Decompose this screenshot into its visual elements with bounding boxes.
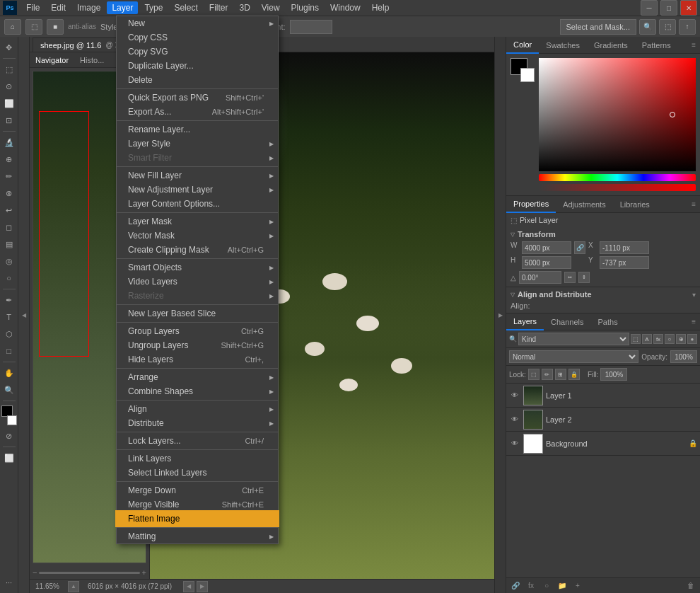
zoom-in-btn[interactable]: +: [142, 568, 146, 577]
left-panel-collapse[interactable]: ◀: [18, 37, 30, 593]
navigator-tab[interactable]: Navigator: [30, 54, 74, 66]
background-color[interactable]: [520, 68, 535, 82]
menu-quick-export[interactable]: Quick Export as PNG Shift+Ctrl+': [117, 91, 278, 105]
status-expand-btn[interactable]: ▲: [68, 581, 79, 592]
blend-mode-select[interactable]: Normal: [509, 350, 638, 363]
close-btn[interactable]: ✕: [680, 0, 697, 16]
adjustments-tab[interactable]: Adjustments: [556, 196, 613, 213]
shape-tool[interactable]: □: [1, 343, 17, 359]
minimize-btn[interactable]: ─: [641, 0, 658, 16]
move-tool[interactable]: ✥: [1, 40, 17, 55]
lasso-tool[interactable]: ⊙: [1, 79, 17, 94]
fg-bg-swatches[interactable]: [511, 58, 535, 82]
filter-mask-btn[interactable]: ○: [665, 334, 675, 344]
color-panel-menu-btn[interactable]: ≡: [687, 41, 700, 49]
add-link-btn[interactable]: 🔗: [509, 580, 522, 592]
menu-video-layers[interactable]: Video Layers: [117, 275, 278, 289]
zoom-tool[interactable]: 🔍: [1, 382, 17, 398]
menu-smart-filter[interactable]: Smart Filter: [117, 151, 278, 165]
paths-tab[interactable]: Paths: [591, 313, 625, 330]
layer-item-2[interactable]: 👁 Layer 2: [506, 408, 700, 432]
menu-window[interactable]: Window: [325, 1, 366, 14]
layer-2-visibility[interactable]: 👁: [509, 414, 520, 425]
menu-layer[interactable]: Layer: [107, 1, 138, 14]
add-fx-btn[interactable]: fx: [525, 580, 537, 592]
menu-smart-objects[interactable]: Smart Objects: [117, 260, 278, 275]
flip-v-btn[interactable]: ⇕: [578, 272, 590, 283]
menu-matting[interactable]: Matting: [117, 529, 278, 543]
angle-input[interactable]: [519, 271, 561, 284]
menu-align[interactable]: Align: [117, 402, 278, 416]
menu-copy-css[interactable]: Copy CSS: [117, 30, 278, 45]
prev-frame-btn[interactable]: ◀: [183, 581, 194, 592]
lock-pixels-btn[interactable]: ⬚: [528, 369, 539, 380]
lock-artboards-btn[interactable]: ⊞: [555, 369, 566, 380]
background-visibility[interactable]: 👁: [509, 438, 520, 449]
menu-create-clipping-mask[interactable]: Create Clipping Mask Alt+Ctrl+G: [117, 243, 278, 257]
menu-arrange[interactable]: Arrange: [117, 370, 278, 384]
fg-bg-color[interactable]: [1, 405, 17, 425]
delete-layer-btn[interactable]: 🗑: [684, 580, 697, 592]
crop-tool[interactable]: ⊡: [1, 113, 17, 128]
menu-distribute[interactable]: Distribute: [117, 416, 278, 430]
maximize-btn[interactable]: □: [660, 0, 677, 16]
patterns-tab[interactable]: Patterns: [635, 37, 678, 54]
layer-1-visibility[interactable]: 👁: [509, 390, 520, 401]
menu-new-adjustment-layer[interactable]: New Adjustment Layer: [117, 183, 278, 197]
object-select-tool[interactable]: ⬜: [1, 96, 17, 111]
filter-fx-btn[interactable]: fx: [653, 334, 663, 344]
height-input[interactable]: [290, 20, 332, 34]
share-btn[interactable]: ↑: [679, 19, 696, 35]
menu-select-linked-layers[interactable]: Select Linked Layers: [117, 466, 278, 480]
menu-new-layer-based-slice[interactable]: New Layer Based Slice: [117, 306, 278, 321]
width-transform-input[interactable]: [522, 241, 571, 254]
menu-filter[interactable]: Filter: [204, 1, 233, 14]
history-tab[interactable]: Histo...: [74, 54, 110, 66]
history-brush[interactable]: ↩: [1, 202, 17, 218]
menu-copy-svg[interactable]: Copy SVG: [117, 45, 278, 59]
search-btn[interactable]: 🔍: [639, 19, 656, 35]
menu-layer-mask[interactable]: Layer Mask: [117, 214, 278, 229]
properties-tab[interactable]: Properties: [506, 196, 556, 213]
gradients-tab[interactable]: Gradients: [587, 37, 635, 54]
right-panel-collapse[interactable]: ▶: [494, 37, 506, 593]
menu-rename-layer[interactable]: Rename Layer...: [117, 122, 278, 137]
flip-h-btn[interactable]: ⇔: [564, 272, 576, 283]
menu-ungroup-layers[interactable]: Ungroup Layers Shift+Ctrl+G: [117, 338, 278, 352]
layers-panel-menu[interactable]: ≡: [687, 318, 700, 326]
menu-3d[interactable]: 3D: [234, 1, 255, 14]
libraries-tab[interactable]: Libraries: [613, 196, 657, 213]
channels-tab[interactable]: Channels: [544, 313, 590, 330]
zoom-slider[interactable]: [39, 572, 139, 574]
link-wh-btn[interactable]: 🔗: [574, 241, 585, 254]
menu-file[interactable]: File: [21, 1, 45, 14]
menu-vector-mask[interactable]: Vector Mask: [117, 229, 278, 243]
quick-mask-btn[interactable]: ⊘: [1, 428, 17, 444]
menu-image[interactable]: Image: [72, 1, 105, 14]
layer-item-background[interactable]: 👁 Background 🔒: [506, 432, 700, 456]
filter-toggle-btn[interactable]: ●: [687, 334, 697, 344]
height-transform-input[interactable]: [522, 256, 571, 269]
color-spectrum[interactable]: [539, 58, 696, 171]
healing-tool[interactable]: ⊕: [1, 151, 17, 167]
menu-delete[interactable]: Delete: [117, 73, 278, 87]
gradient-tool[interactable]: ▤: [1, 236, 17, 252]
lock-position-btn[interactable]: ✏: [542, 369, 553, 380]
home-btn[interactable]: ⌂: [4, 19, 21, 35]
layers-tab[interactable]: Layers: [506, 313, 544, 330]
clone-tool[interactable]: ⊗: [1, 185, 17, 201]
menu-lock-layers[interactable]: Lock Layers... Ctrl+/: [117, 434, 278, 448]
menu-export-as[interactable]: Export As... Alt+Shift+Ctrl+': [117, 105, 278, 119]
menu-group-layers[interactable]: Group Layers Ctrl+G: [117, 324, 278, 338]
blur-tool[interactable]: ◎: [1, 253, 17, 269]
menu-type[interactable]: Type: [139, 1, 168, 14]
menu-help[interactable]: Help: [367, 1, 395, 14]
mode-btn[interactable]: ■: [47, 19, 64, 35]
select-mask-btn[interactable]: Select and Mask...: [560, 19, 637, 35]
menu-duplicate-layer[interactable]: Duplicate Layer...: [117, 59, 278, 73]
path-select-tool[interactable]: ⬡: [1, 326, 17, 342]
menu-combine-shapes[interactable]: Combine Shapes: [117, 384, 278, 398]
zoom-out-btn[interactable]: −: [33, 568, 37, 577]
layer-item-1[interactable]: 👁 Layer 1: [506, 384, 700, 408]
menu-plugins[interactable]: Plugins: [286, 1, 324, 14]
